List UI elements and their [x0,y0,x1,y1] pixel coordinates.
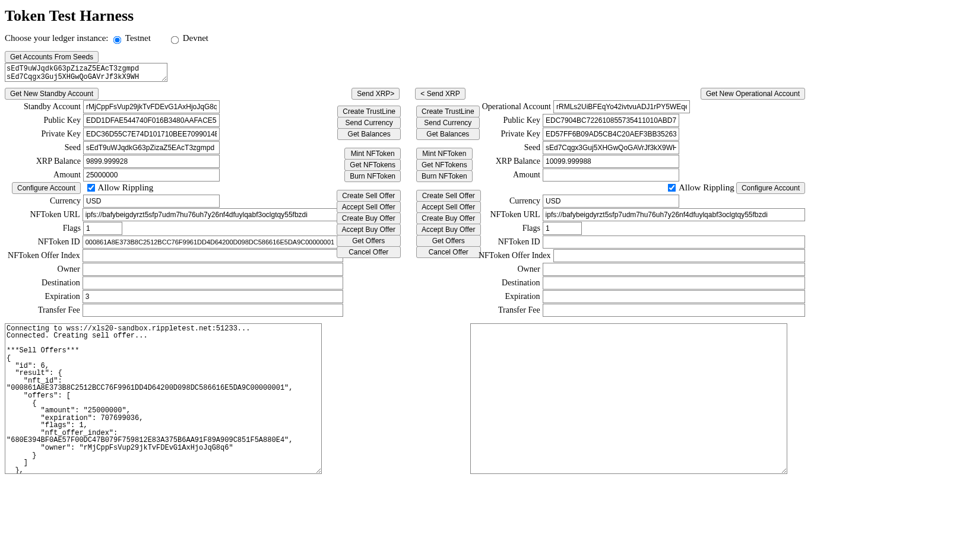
standby-mint-nftoken-button[interactable]: Mint NFToken [344,148,401,160]
operational-get-nftokens-button[interactable]: Get NFTokens [416,159,473,171]
standby-send-currency-button[interactable]: Send Currency [337,117,401,129]
standby-currency-label: Currency [5,196,83,206]
standby-owner-label: Owner [5,265,83,274]
standby-create-sell-offer-button[interactable]: Create Sell Offer [337,190,401,202]
operational-balance-input[interactable] [543,155,679,168]
standby-destination-input[interactable] [83,276,343,289]
standby-privatekey-input[interactable] [83,128,220,141]
operational-flags-label: Flags [474,224,543,233]
operational-configure-account-button[interactable]: Configure Account [736,182,805,194]
standby-create-buy-offer-button[interactable]: Create Buy Offer [337,212,401,224]
send-xrp-right-button[interactable]: Send XRP> [351,88,400,100]
operational-destination-input[interactable] [543,276,805,289]
standby-expiration-label: Expiration [5,292,83,301]
operational-publickey-label: Public Key [474,116,543,125]
operational-offerindex-input[interactable] [553,249,805,262]
operational-privatekey-input[interactable] [543,128,679,141]
standby-get-offers-button[interactable]: Get Offers [337,235,401,247]
ledger-devnet-radio[interactable] [171,36,179,44]
operational-get-offers-button[interactable]: Get Offers [416,235,481,247]
standby-flags-label: Flags [5,224,83,233]
operational-accept-sell-offer-button[interactable]: Accept Sell Offer [416,201,481,213]
operational-panel: Get New Operational Account Operational … [474,88,805,317]
standby-expiration-input[interactable] [83,290,343,303]
standby-accept-sell-offer-button[interactable]: Accept Sell Offer [337,201,401,213]
standby-configure-account-button[interactable]: Configure Account [12,182,81,194]
operational-flags-input[interactable] [543,222,582,235]
operational-nftokenurl-input[interactable] [543,208,805,221]
standby-accept-buy-offer-button[interactable]: Accept Buy Offer [337,224,401,236]
standby-privatekey-label: Private Key [5,129,83,139]
operational-burn-nftoken-button[interactable]: Burn NFToken [416,170,473,182]
standby-panel: Get New Standby Account Standby Account … [5,88,343,317]
standby-amount-input[interactable] [83,168,220,182]
operational-currency-input[interactable] [543,195,679,208]
operational-transferfee-input[interactable] [543,304,805,317]
standby-nftokenid-input[interactable] [83,236,343,249]
operational-cancel-offer-button[interactable]: Cancel Offer [416,246,481,258]
ledger-prompt: Choose your ledger instance: [5,33,109,43]
center-actions: Send XRP> < Send XRP Create TrustLine Se… [349,88,468,257]
standby-burn-nftoken-button[interactable]: Burn NFToken [344,170,401,182]
operational-amount-input[interactable] [543,168,679,182]
standby-currency-input[interactable] [83,195,220,208]
standby-publickey-label: Public Key [5,116,83,125]
operational-create-sell-offer-button[interactable]: Create Sell Offer [416,190,481,202]
standby-nftokenurl-label: NFToken URL [5,210,83,219]
standby-account-input[interactable] [83,100,220,113]
standby-get-nftokens-button[interactable]: Get NFTokens [344,159,401,171]
standby-offerindex-input[interactable] [83,249,343,262]
standby-create-trustline-button[interactable]: Create TrustLine [337,106,401,117]
operational-nftokenid-input[interactable] [543,236,805,249]
standby-allow-rippling-checkbox[interactable] [87,184,95,192]
get-new-operational-account-button[interactable]: Get New Operational Account [701,88,805,100]
standby-get-balances-button[interactable]: Get Balances [337,128,401,140]
standby-destination-label: Destination [5,278,83,288]
operational-seed-input[interactable] [543,141,679,154]
operational-expiration-label: Expiration [474,292,543,301]
standby-balance-label: XRP Balance [5,157,83,166]
standby-account-label: Standby Account [5,102,83,112]
operational-transferfee-label: Transfer Fee [474,306,543,315]
ledger-devnet-label: Devnet [183,33,208,43]
standby-owner-input[interactable] [83,263,343,276]
standby-amount-label: Amount [5,170,83,180]
operational-create-buy-offer-button[interactable]: Create Buy Offer [416,212,481,224]
standby-balance-input[interactable] [83,155,220,168]
operational-currency-label: Currency [474,196,543,206]
ledger-testnet-radio[interactable] [113,36,122,44]
operational-create-trustline-button[interactable]: Create TrustLine [416,106,480,117]
operational-allow-rippling-label: Allow Rippling [679,183,734,193]
operational-log-textarea[interactable] [470,323,787,474]
standby-log-textarea[interactable] [5,323,322,474]
operational-get-balances-button[interactable]: Get Balances [416,128,480,140]
operational-destination-label: Destination [474,278,543,288]
send-xrp-left-button[interactable]: < Send XRP [415,88,465,100]
operational-nftokenurl-label: NFToken URL [474,210,543,219]
standby-cancel-offer-button[interactable]: Cancel Offer [337,246,401,258]
page-title: Token Test Harness [5,7,961,25]
standby-seed-input[interactable] [83,141,220,154]
operational-expiration-input[interactable] [543,290,805,303]
operational-accept-buy-offer-button[interactable]: Accept Buy Offer [416,224,481,236]
ledger-selector: Choose your ledger instance: Testnet Dev… [5,33,961,44]
operational-allow-rippling-checkbox[interactable] [668,184,676,192]
standby-flags-input[interactable] [83,222,122,235]
seeds-textarea[interactable] [5,63,167,82]
standby-publickey-input[interactable] [83,114,220,127]
standby-transferfee-input[interactable] [83,304,343,317]
standby-offerindex-label: NFToken Offer Index [5,251,83,260]
operational-send-currency-button[interactable]: Send Currency [416,117,480,129]
operational-owner-input[interactable] [543,263,805,276]
operational-nftokenid-label: NFToken ID [474,237,543,247]
operational-seed-label: Seed [474,143,543,152]
operational-account-label: Operational Account [474,102,553,112]
standby-nftokenurl-input[interactable] [83,208,343,221]
operational-mint-nftoken-button[interactable]: Mint NFToken [416,148,473,160]
operational-account-input[interactable] [553,100,690,113]
operational-publickey-input[interactable] [543,114,679,127]
standby-transferfee-label: Transfer Fee [5,306,83,315]
get-new-standby-account-button[interactable]: Get New Standby Account [5,88,99,100]
get-accounts-from-seeds-button[interactable]: Get Accounts From Seeds [5,51,99,63]
operational-balance-label: XRP Balance [474,157,543,166]
